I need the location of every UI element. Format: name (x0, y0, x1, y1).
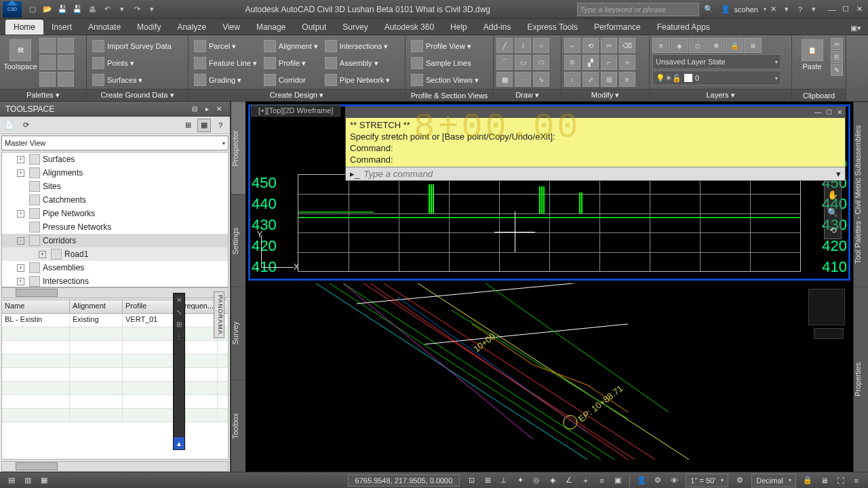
coordinates[interactable]: 6765.9548, 217.9505, 0.0000 (348, 474, 460, 487)
cut-icon[interactable]: ✂ (831, 38, 843, 50)
ribbon-options-icon[interactable]: ▣▾ (849, 21, 863, 35)
palette-icon-6[interactable] (58, 72, 74, 87)
floating-toolbar[interactable]: ✕ ⤡ ⊞ ⋮ ▲ (173, 293, 185, 450)
layerlock-icon[interactable]: 🔒 (726, 38, 743, 53)
tree-assemblies[interactable]: +Assemblies (2, 261, 228, 274)
featureline-button[interactable]: Feature Line ▾ (191, 55, 260, 71)
expand-icon[interactable]: + (17, 169, 24, 177)
expand-icon[interactable]: + (17, 278, 24, 285)
sb-snap-icon[interactable]: ⊡ (464, 474, 479, 487)
fb-expand-icon[interactable]: ▲ (174, 437, 184, 449)
grid-body[interactable]: BL - Existin Existing VERT_01 ... (2, 314, 228, 459)
prospector-tree[interactable]: +Surfaces +Alignments Sites Catchments +… (1, 152, 229, 287)
saveas-icon[interactable]: 💾 (71, 3, 84, 16)
panel-palettes[interactable]: Palettes ▾ (0, 89, 86, 101)
tsopt1-icon[interactable]: ⊞ (181, 119, 195, 132)
autohide-icon[interactable]: ⊟ (189, 104, 200, 114)
point-icon[interactable]: · (515, 72, 531, 87)
redo-dd-icon[interactable]: ▾ (145, 3, 159, 16)
expand-icon[interactable]: + (17, 210, 24, 218)
toolpalettes-tab[interactable]: Tool Palettes - Civil Metric Subassembli… (854, 102, 868, 287)
samplelines-button[interactable]: Sample Lines (408, 55, 481, 71)
search-input[interactable]: Type a keyword or phrase (577, 3, 699, 16)
sb-3dosnap-icon[interactable]: ◈ (545, 474, 560, 487)
tab-settings[interactable]: Settings (231, 195, 245, 287)
explode-icon[interactable]: ✧ (619, 55, 635, 70)
cmd-min-icon[interactable]: — (812, 107, 823, 117)
line-icon[interactable]: ╱ (496, 38, 513, 53)
pipenetwork-button[interactable]: Pipe Network ▾ (322, 72, 393, 88)
import-survey-button[interactable]: Import Survey Data (90, 38, 174, 54)
sb-grid-icon[interactable]: ⊞ (480, 474, 495, 487)
cmd-max-icon[interactable]: ☐ (823, 107, 834, 117)
units-combo[interactable]: Decimal▾ (751, 474, 796, 487)
move-icon[interactable]: ↔ (564, 38, 580, 53)
tab-survey[interactable]: Survey (231, 287, 245, 380)
profile-button[interactable]: Profile ▾ (261, 55, 321, 71)
sb-osnap-icon[interactable]: ◎ (529, 474, 544, 487)
tab-modify[interactable]: Modify (129, 20, 169, 35)
tab-toolbox[interactable]: Toolbox (231, 380, 245, 472)
palette-icon-2[interactable] (58, 38, 74, 53)
expand-icon[interactable]: + (17, 264, 24, 272)
save-icon[interactable]: 💾 (56, 3, 69, 16)
viewport-bottom[interactable]: 10+00 EP: 10+88.71 (248, 283, 850, 469)
scale-combo[interactable]: 1" = 50'▾ (686, 474, 728, 487)
parcel-button[interactable]: Parcel ▾ (191, 38, 260, 54)
sectionviews-button[interactable]: Section Views ▾ (408, 72, 481, 88)
sb-trans-icon[interactable]: ▣ (610, 474, 625, 487)
viewcube-2[interactable] (808, 289, 845, 325)
copy-icon[interactable]: ⎘ (564, 55, 580, 70)
sb-layout-icon[interactable]: ▥ (20, 474, 35, 487)
col-name[interactable]: Name (2, 300, 70, 313)
layermatch-icon[interactable]: ≋ (744, 38, 762, 53)
fb-close-icon[interactable]: ✕ (174, 293, 184, 306)
cmd-close-icon[interactable]: ✕ (834, 107, 845, 117)
tree-hscroll[interactable] (1, 287, 229, 298)
print-icon[interactable]: 🖶 (85, 3, 99, 16)
fb-cursor-icon[interactable]: ⤡ (174, 306, 184, 318)
tab-performance[interactable]: Performance (586, 20, 649, 35)
corridor-button[interactable]: Corridor (261, 72, 321, 88)
help-dd-icon[interactable]: ▾ (807, 3, 821, 16)
sb-quickprops-icon[interactable]: ▤ (4, 474, 19, 487)
sb-lock-icon[interactable]: 🔒 (800, 474, 815, 487)
search-icon[interactable]: 🔍 (702, 3, 715, 16)
ucs-icon[interactable]: ▫ Y X (256, 232, 296, 273)
sb-polar-icon[interactable]: ✦ (513, 474, 528, 487)
layer-combo[interactable]: 💡☀🔓0▾ (652, 70, 781, 85)
collapse-icon[interactable]: - (17, 237, 24, 245)
maximize-icon[interactable]: ☐ (840, 4, 852, 15)
grid-hscroll[interactable] (1, 461, 229, 472)
tsopt2-icon[interactable]: ▦ (197, 119, 211, 132)
layerfreeze-icon[interactable]: ❄ (707, 38, 725, 53)
tshelp-icon[interactable]: ? (214, 119, 227, 132)
rect-icon[interactable]: ▭ (515, 55, 531, 70)
app-icon[interactable]: C3D (3, 1, 22, 18)
polyline-icon[interactable]: ⌇ (515, 38, 531, 53)
close-icon[interactable]: ✕ (853, 4, 865, 15)
toolspace-button[interactable]: 🛠 Toolspace (3, 38, 38, 72)
close-panel-icon[interactable]: ✕ (214, 104, 224, 114)
help-icon[interactable]: ? (793, 3, 807, 16)
alignment-button[interactable]: Alignment ▾ (261, 38, 321, 54)
assembly-button[interactable]: Assembly ▾ (322, 55, 393, 71)
tree-road1[interactable]: +Road1 (2, 247, 228, 261)
sb-clean-icon[interactable]: ≡ (849, 474, 864, 487)
zoom-icon[interactable]: 🔍 (825, 203, 841, 221)
tree-pressurenetworks[interactable]: Pressure Networks (2, 220, 228, 234)
tab-help[interactable]: Help (442, 20, 475, 35)
copyclip-icon[interactable]: ⎘ (831, 51, 843, 63)
layerprop-icon[interactable]: ≡ (652, 38, 670, 53)
palette-icon-4[interactable] (58, 55, 74, 70)
tab-autodesk360[interactable]: Autodesk 360 (376, 20, 442, 35)
command-input[interactable] (363, 169, 832, 179)
erase-icon[interactable]: ⌫ (619, 38, 635, 53)
intersections-button[interactable]: Intersections ▾ (322, 38, 393, 54)
tab-view[interactable]: View (214, 20, 248, 35)
orbit-icon[interactable]: ⟲ (825, 221, 841, 239)
arc-icon[interactable]: ⌒ (496, 55, 513, 70)
fb-grid-icon[interactable]: ⊞ (174, 318, 184, 330)
tab-expresstools[interactable]: Express Tools (519, 20, 585, 35)
array-icon[interactable]: ⊞ (601, 72, 617, 87)
